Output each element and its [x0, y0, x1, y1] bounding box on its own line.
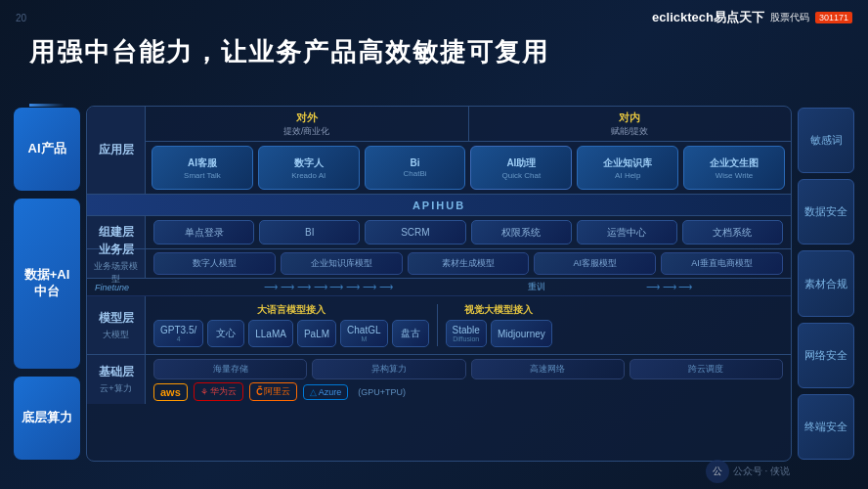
model-midjourney: Midjourney	[491, 320, 552, 347]
foundation-sub: 云+算力	[100, 382, 131, 395]
model-content: 大语言模型接入 GPT3.5/ 4 文心 LLaMA P	[146, 296, 791, 354]
model-stable: Stable Diffusion	[446, 320, 487, 347]
biz-layer: 业务层 业务场景模型 数字人模型 企业知识库模型 素材生成模型 AI客服模型 A…	[87, 249, 791, 279]
card-wise-write: 企业文生图 Wise Write	[683, 146, 785, 190]
biz-layer-main: 业务层	[99, 242, 134, 258]
card-ai-help: 企业知识库 AI Help	[577, 146, 678, 190]
finetune-label: Finetune	[95, 283, 129, 292]
schedule-card: 跨云调度	[629, 359, 783, 379]
build-layer-main: 组建层	[99, 224, 134, 241]
llm-title: 大语言模型接入	[153, 303, 429, 317]
biz-cards: 数字人模型 企业知识库模型 素材生成模型 AI客服模型 AI垂直电商模型	[146, 249, 791, 278]
foundation-layer: 基础层 云+算力 海量存储 异构算力 高速网络 跨云调度 aws ⚘ 华为云	[87, 355, 791, 404]
build-cards: 单点登录 BI SCRM 权限系统 运营中心 文档系统	[146, 216, 791, 248]
app-section-external: 对外 提效/商业化	[146, 107, 469, 141]
watermark-text: 公众号 · 侠说	[733, 465, 790, 478]
retrain-arrow: ⟶ ⟶ ⟶	[555, 282, 783, 292]
right-label-sensitive: 敏感词	[798, 108, 854, 173]
deco-line	[29, 104, 65, 107]
vision-title: 视觉大模型接入	[446, 303, 552, 317]
slide: 20 eclicktech易点天下 股票代码 301171 用强中台能力，让业务…	[0, 0, 868, 489]
internal-sub: 赋能/提效	[611, 125, 649, 138]
app-section-internal: 对内 赋能/提效	[469, 107, 792, 141]
cloud-ali: C̈ 阿里云	[249, 382, 297, 401]
left-label-ai-product: AI产品	[14, 108, 80, 191]
azure-icon: △	[310, 387, 317, 397]
build-card-doc: 文档系统	[682, 220, 783, 244]
hetero-card: 异构算力	[312, 359, 465, 379]
model-layer: 模型层 大模型 大语言模型接入 GPT3.5/ 4 文心	[87, 296, 791, 355]
external-title: 对外	[296, 111, 318, 125]
model-llama: LLaMA	[248, 320, 293, 347]
app-layer-main: 应用层	[99, 142, 134, 158]
biz-card-digital: 数字人模型	[153, 252, 276, 275]
model-layer-label: 模型层 大模型	[87, 296, 146, 354]
biz-card-service: AI客服模型	[534, 252, 656, 275]
card-chatbi: Bi ChatBi	[365, 146, 466, 190]
cloud-huawei: ⚘ 华为云	[194, 382, 243, 401]
app-content: 对外 提效/商业化 对内 赋能/提效 AI客服 Smart Talk 数字人	[146, 107, 791, 194]
model-chatglm: ChatGL M	[340, 320, 387, 347]
retrain-label: 重训	[528, 281, 545, 293]
slide-number: 20	[16, 13, 26, 23]
right-label-data-security: 数据安全	[798, 179, 854, 244]
foundation-content: 海量存储 异构算力 高速网络 跨云调度 aws ⚘ 华为云 C̈ 阿里云	[146, 355, 791, 404]
model-wenxin: 文心	[207, 320, 244, 347]
llm-cards: GPT3.5/ 4 文心 LLaMA PaLM Ch	[153, 320, 429, 347]
gpu-note: (GPU+TPU)	[358, 387, 406, 397]
vision-cards: Stable Diffusion Midjourney	[446, 320, 552, 347]
finetune-arrow: ⟶ ⟶ ⟶ ⟶ ⟶ ⟶ ⟶ ⟶	[139, 282, 518, 292]
logo-sub: 股票代码	[770, 11, 809, 24]
tune-row: Finetune ⟶ ⟶ ⟶ ⟶ ⟶ ⟶ ⟶ ⟶ 重训 ⟶ ⟶ ⟶	[87, 279, 791, 296]
logo-text: eclicktech易点天下	[652, 9, 764, 26]
left-label-base: 底层算力	[14, 377, 80, 460]
app-top: 对外 提效/商业化 对内 赋能/提效	[146, 107, 791, 142]
build-card-scrm: SCRM	[365, 220, 465, 244]
build-card-bi: BI	[259, 220, 360, 244]
cloud-aws: aws	[153, 383, 188, 401]
card-quick-chat: AI助理 Quick Chat	[470, 146, 572, 190]
main-content: 应用层 对外 提效/商业化 对内 赋能/提效 AI客服 Smar	[86, 106, 792, 462]
top-bar: 20 eclicktech易点天下 股票代码 301171	[0, 0, 868, 35]
huawei-icon: ⚘	[200, 387, 208, 397]
foundation-bottom: aws ⚘ 华为云 C̈ 阿里云 △ Azure (GPU+TPU)	[153, 382, 783, 401]
card-kreado: 数字人 Kreado AI	[258, 146, 360, 190]
llm-group: 大语言模型接入 GPT3.5/ 4 文心 LLaMA P	[153, 303, 429, 347]
ali-icon: C̈	[256, 387, 262, 397]
build-card-perm: 权限系统	[471, 220, 572, 244]
biz-card-kb: 企业知识库模型	[281, 252, 403, 275]
main-title: 用强中台能力，让业务产品高效敏捷可复用	[29, 35, 839, 69]
watermark: 公 公众号 · 侠说	[706, 460, 790, 483]
internal-title: 对内	[619, 111, 640, 125]
build-card-ops: 运营中心	[577, 220, 677, 244]
cloud-azure: △ Azure	[303, 384, 349, 400]
logo-badge: 301171	[815, 12, 852, 23]
biz-layer-label: 业务层 业务场景模型	[87, 249, 146, 278]
right-labels: 敏感词 数据安全 素材合规 网络安全 终端安全	[798, 108, 854, 460]
model-divider	[437, 304, 438, 346]
foundation-main: 基础层	[99, 364, 134, 380]
app-layer-label: 应用层	[87, 107, 146, 194]
build-card-sso: 单点登录	[153, 220, 254, 244]
vision-group: 视觉大模型接入 Stable Diffusion Midjourney	[446, 303, 552, 347]
apihub-label: APIHUB	[412, 200, 465, 211]
foundation-top: 海量存储 异构算力 高速网络 跨云调度	[153, 359, 783, 379]
model-gpt: GPT3.5/ 4	[153, 320, 203, 347]
model-pangu: 盘古	[392, 320, 429, 347]
right-label-terminal: 终端安全	[798, 394, 854, 460]
left-labels: AI产品 数据+AI中台 底层算力	[14, 108, 80, 460]
app-cards: AI客服 Smart Talk 数字人 Kreado AI Bi ChatBi …	[146, 142, 791, 194]
right-label-network: 网络安全	[798, 323, 854, 388]
foundation-label: 基础层 云+算力	[87, 355, 146, 404]
external-sub: 提效/商业化	[283, 125, 330, 138]
logo: eclicktech易点天下 股票代码 301171	[652, 9, 852, 26]
biz-card-material: 素材生成模型	[408, 252, 530, 275]
watermark-icon: 公	[706, 460, 729, 483]
apihub-bar: APIHUB	[87, 195, 791, 216]
model-layer-main: 模型层	[99, 310, 134, 327]
biz-card-ecom: AI垂直电商模型	[661, 252, 783, 275]
right-label-material: 素材合规	[798, 250, 854, 316]
network-card: 高速网络	[471, 359, 625, 379]
storage-card: 海量存储	[153, 359, 307, 379]
model-layer-sub: 大模型	[103, 329, 129, 341]
